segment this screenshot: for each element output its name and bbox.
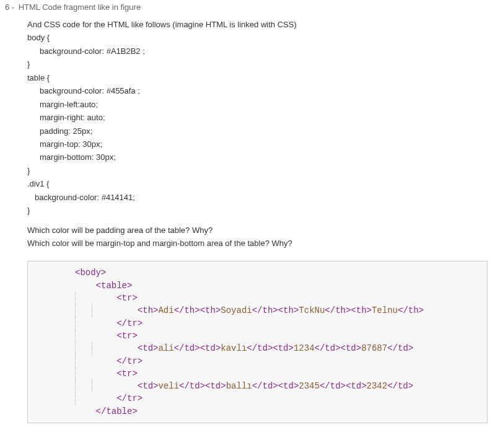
tag-th-open: <th>: [200, 304, 221, 317]
cell-text: 87687: [361, 342, 387, 354]
css-line: }: [27, 204, 488, 217]
css-line: }: [27, 58, 488, 71]
cell-text: ali: [158, 342, 173, 354]
tag-tr-close: </tr>: [116, 317, 143, 330]
question-2: Which color will be margin-top and margi…: [27, 237, 488, 250]
tag-td-open: <td>: [278, 380, 299, 392]
code-line: <tr>: [32, 292, 483, 304]
tag-tr-open: <tr>: [116, 292, 138, 304]
question-page: 6 - HTML Code fragment like in figure An…: [0, 0, 500, 429]
tag-tr-close: </tr>: [116, 355, 143, 367]
tag-td-open: <td>: [346, 380, 367, 392]
tag-td-close: </td>: [320, 380, 346, 392]
tag-td-open: <td>: [205, 380, 226, 392]
tag-td-open: <td>: [138, 342, 159, 354]
tag-body-open: <body>: [75, 266, 106, 279]
tag-tr-open: <tr>: [116, 367, 138, 380]
tag-td-open: <td>: [273, 342, 294, 354]
html-code-figure: <body> <table> <tr> <th>Adi</th><th>Soya…: [27, 261, 488, 423]
tag-td-close: </td>: [174, 342, 200, 354]
tag-td-open: <td>: [341, 342, 362, 354]
tag-th-open: <th>: [351, 304, 372, 317]
code-line: <body>: [32, 266, 483, 279]
css-line: table {: [27, 71, 488, 84]
item-title: HTML Code fragment like in figure: [19, 2, 141, 12]
intro-text: And CSS code for the HTML like follows (…: [27, 18, 488, 31]
cell-text: kavlı: [221, 342, 247, 354]
tag-td-close: </td>: [247, 342, 273, 354]
question-body: And CSS code for the HTML like follows (…: [0, 12, 500, 423]
cell-text: 2342: [367, 380, 388, 392]
css-line: padding: 25px;: [27, 125, 488, 138]
tag-td-close: </td>: [387, 342, 413, 354]
tag-th-close: </th>: [174, 304, 200, 317]
code-line: </table>: [32, 405, 483, 418]
code-line: <td>ali</td><td>kavlı</td><td>1234</td><…: [32, 342, 483, 354]
tag-th-open: <th>: [138, 304, 159, 317]
tag-td-close: </td>: [179, 380, 205, 392]
code-line: <th>Adi</th><th>Soyadi</th><th>TckNu</th…: [32, 304, 483, 317]
tag-td-close: </td>: [387, 380, 413, 392]
css-line: margin-bottom: 30px;: [27, 151, 488, 164]
tag-th-open: <th>: [278, 304, 299, 317]
cell-text: Telnu: [372, 304, 398, 317]
code-line: <tr>: [32, 330, 483, 342]
code-line: <td>veli</td><td>ballı</td><td>2345</td>…: [32, 380, 483, 392]
tag-td-open: <td>: [200, 342, 221, 354]
code-line: </tr>: [32, 317, 483, 330]
tag-td-open: <td>: [138, 380, 159, 392]
cell-text: TckNu: [299, 304, 325, 317]
cell-text: 2345: [299, 380, 320, 392]
tag-th-close: </th>: [398, 304, 424, 317]
code-line: </tr>: [32, 392, 483, 405]
item-header: 6 - HTML Code fragment like in figure: [0, 2, 500, 12]
css-line: margin-right: auto;: [27, 111, 488, 124]
code-line: <table>: [32, 279, 483, 292]
cell-text: Soyadi: [221, 304, 252, 317]
tag-table-close: </table>: [96, 405, 138, 418]
cell-text: veli: [158, 380, 179, 392]
tag-td-close: </td>: [252, 380, 278, 392]
code-line: <tr>: [32, 367, 483, 380]
css-line: background-color: #414141;: [27, 191, 488, 204]
code-line: </tr>: [32, 355, 483, 367]
item-number: 6 -: [5, 2, 16, 12]
cell-text: ballı: [226, 380, 252, 392]
cell-text: Adi: [158, 304, 173, 317]
question-1: Which color will be padding area of the …: [27, 224, 488, 237]
css-line: body {: [27, 31, 488, 44]
css-line: margin-top: 30px;: [27, 138, 488, 151]
tag-tr-close: </tr>: [116, 392, 143, 405]
tag-tr-open: <tr>: [116, 330, 138, 342]
tag-th-close: </th>: [325, 304, 351, 317]
css-line: }: [27, 164, 488, 177]
tag-table-open: <table>: [96, 279, 133, 292]
tag-th-close: </th>: [252, 304, 278, 317]
css-line: margin-left:auto;: [27, 98, 488, 111]
css-line: background-color: #455afa ;: [27, 84, 488, 97]
css-line: background-color: #A1B2B2 ;: [27, 45, 488, 58]
css-line: .div1 {: [27, 177, 488, 190]
tag-td-close: </td>: [315, 342, 341, 354]
cell-text: 1234: [294, 342, 315, 354]
